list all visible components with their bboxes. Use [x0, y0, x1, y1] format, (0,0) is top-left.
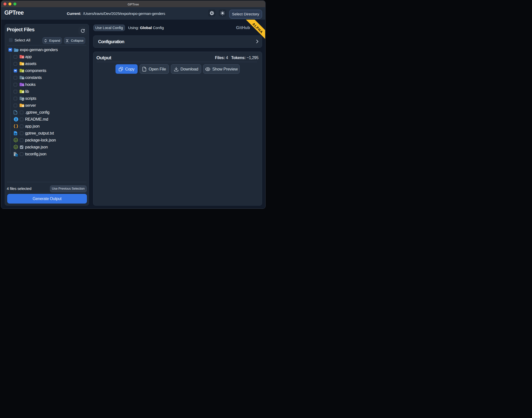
svg-text:S: S: [16, 139, 17, 141]
svg-text:S: S: [16, 146, 17, 148]
svg-text:TS: TS: [15, 154, 18, 156]
